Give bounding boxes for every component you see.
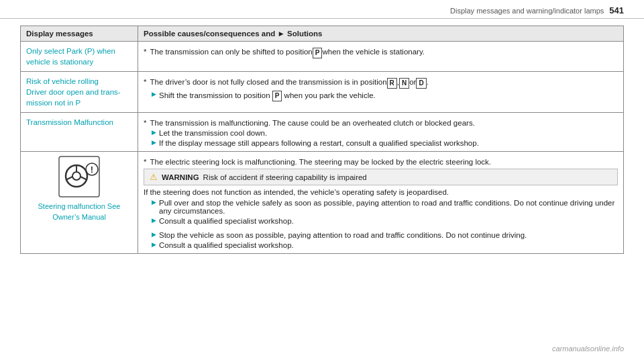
star-bullet: The transmission can only be shifted to … (144, 48, 618, 58)
causes-cell: The driver’s door is not fully closed an… (138, 72, 624, 113)
table-row: Only select Park (P) when vehicle is sta… (21, 42, 624, 72)
causes-cell: The electric steering lock is malfunctio… (138, 152, 624, 254)
steering-wheel-icon: ! (26, 156, 132, 199)
display-msg-label: Steering malfunction See Owner’s Manual (26, 202, 132, 222)
star-bullet: The transmission is malfunctioning. The … (144, 119, 618, 127)
svg-text:!: ! (91, 165, 93, 175)
display-msg-cell: ! Steering malfunction See Owner’s Manua… (21, 152, 138, 254)
col-causes-header: Possible causes/consequences and ► Solut… (138, 26, 624, 42)
spacer (144, 225, 618, 229)
arrow-bullet: Shift the transmission to position P whe… (152, 91, 618, 101)
arrow-bullet: Consult a qualified specialist workshop. (152, 241, 618, 249)
star-bullet: The electric steering lock is malfunctio… (144, 158, 618, 166)
display-msg-label: Transmission Malfunction (26, 117, 132, 128)
arrow-bullet: Stop the vehicle as soon as possible, pa… (152, 231, 618, 239)
arrow-bullet: Let the transmission cool down. (152, 129, 618, 137)
main-content: Display messages Possible causes/consequ… (0, 19, 644, 261)
arrow-bullet: If the display message still appears fol… (152, 139, 618, 147)
col-display-header: Display messages (21, 26, 138, 42)
display-messages-table: Display messages Possible causes/consequ… (20, 26, 624, 254)
table-header-row: Display messages Possible causes/consequ… (21, 26, 624, 42)
plain-text: If the steering does not function as int… (144, 188, 618, 196)
header-page-number: 541 (609, 5, 624, 15)
page-header: Display messages and warning/indicator l… (0, 0, 644, 19)
header-title: Display messages and warning/indicator l… (450, 7, 604, 15)
causes-cell: The transmission is malfunctioning. The … (138, 113, 624, 152)
table-row: ! Steering malfunction See Owner’s Manua… (21, 152, 624, 254)
arrow-bullet: Consult a qualified specialist workshop. (152, 217, 618, 225)
watermark: carmanualsonline.info (552, 345, 624, 353)
arrow-bullet: Pull over and stop the vehicle safely as… (152, 199, 618, 215)
warning-box: ⚠WARNING Risk of accident if steering ca… (144, 169, 618, 185)
table-row: Transmission MalfunctionThe transmission… (21, 113, 624, 152)
col1-header-label: Display messages (26, 30, 93, 38)
col2-header-label: Possible causes/consequences and ► Solut… (144, 30, 322, 38)
page-background: Display messages and warning/indicator l… (0, 0, 644, 358)
star-bullet: The driver’s door is not fully closed an… (144, 78, 618, 89)
table-row: Risk of vehicle rolling Driver door open… (21, 72, 624, 113)
icon-cell: ! Steering malfunction See Owner’s Manua… (26, 156, 132, 222)
display-msg-label: Risk of vehicle rolling Driver door open… (26, 76, 132, 108)
display-msg-label: Only select Park (P) when vehicle is sta… (26, 46, 132, 67)
display-msg-cell: Transmission Malfunction (21, 113, 138, 152)
display-msg-cell: Risk of vehicle rolling Driver door open… (21, 72, 138, 113)
causes-cell: The transmission can only be shifted to … (138, 42, 624, 72)
display-msg-cell: Only select Park (P) when vehicle is sta… (21, 42, 138, 72)
